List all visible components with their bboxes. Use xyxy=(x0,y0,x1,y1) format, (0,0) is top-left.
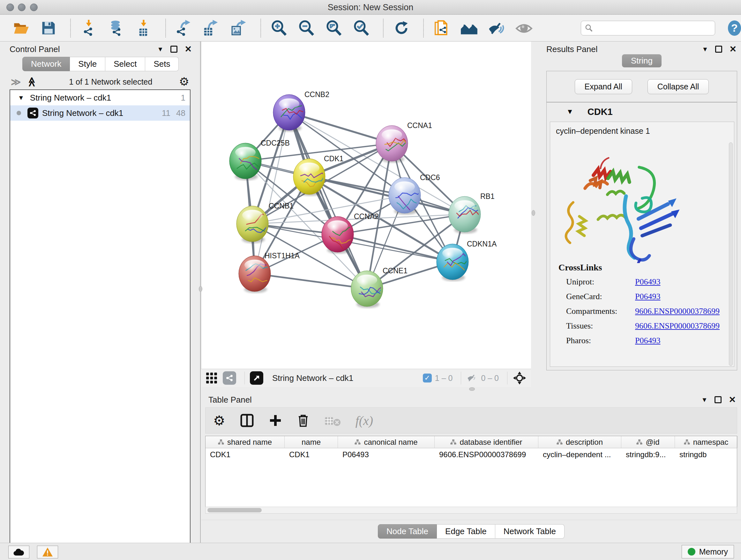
panel-float-icon[interactable] xyxy=(715,396,722,403)
tab-string[interactable]: String xyxy=(622,54,662,67)
cell-description[interactable]: cyclin–dependent ... xyxy=(538,448,621,462)
table-horizontal-scrollbar[interactable] xyxy=(205,507,737,514)
memory-button[interactable]: Memory xyxy=(682,545,734,558)
cell-database-identifier[interactable]: 9606.ENSP00000378699 xyxy=(434,448,538,462)
crosslink-value-link[interactable]: P06493 xyxy=(635,292,660,301)
tab-style[interactable]: Style xyxy=(70,57,105,71)
crosslink-value-link[interactable]: P06493 xyxy=(635,277,660,287)
tab-sets[interactable]: Sets xyxy=(145,57,179,71)
table-row[interactable]: CDK1CDK1P064939606.ENSP00000378699cyclin… xyxy=(205,448,737,462)
netbar-separator xyxy=(245,372,245,384)
show-all-eye-icon[interactable] xyxy=(515,19,533,37)
zoom-in-icon[interactable] xyxy=(270,19,288,37)
save-session-icon[interactable] xyxy=(40,19,57,37)
cell-name[interactable]: CDK1 xyxy=(285,448,338,462)
table-header-row: shared namenamecanonical namedatabase id… xyxy=(205,436,737,448)
network-node-CDC25B[interactable] xyxy=(229,143,265,180)
home-icon[interactable] xyxy=(460,19,478,37)
zoom-out-icon[interactable] xyxy=(297,19,315,37)
network-node-CDC6[interactable] xyxy=(389,178,421,217)
import-network-database-icon[interactable] xyxy=(107,19,125,37)
column-header-database-identifier[interactable]: database identifier xyxy=(434,436,538,448)
panel-collapse-icon[interactable]: ▼ xyxy=(701,396,708,403)
grid-view-icon[interactable] xyxy=(205,372,218,384)
panel-close-icon[interactable]: ✕ xyxy=(729,44,737,54)
cloud-status-button[interactable] xyxy=(8,546,29,558)
open-session-icon[interactable] xyxy=(12,19,30,37)
birds-eye-navigator-icon[interactable] xyxy=(513,371,527,385)
crosslink-label: Pharos: xyxy=(558,336,635,346)
network-node-HIST1H1A[interactable] xyxy=(239,256,274,293)
cell-canonical-name[interactable]: P06493 xyxy=(338,448,434,462)
bottom-splitter-handle[interactable] xyxy=(469,387,475,391)
node-table: shared namenamecanonical namedatabase id… xyxy=(205,436,737,507)
crosslink-value-link[interactable]: P06493 xyxy=(635,336,660,346)
hide-selected-eye-icon[interactable] xyxy=(488,19,506,37)
network-row[interactable]: String Network – cdk1 11 48 xyxy=(10,105,190,121)
panel-collapse-icon[interactable]: ▼ xyxy=(702,46,709,53)
panel-collapse-icon[interactable]: ▼ xyxy=(157,46,164,53)
table-settings-gear-icon[interactable]: ⚙ xyxy=(213,413,225,428)
network-node-CCNE1[interactable] xyxy=(351,271,386,308)
cell-shared-name[interactable]: CDK1 xyxy=(205,448,285,462)
network-options-gear-icon[interactable]: ⚙ xyxy=(179,75,189,88)
network-canvas[interactable]: CCNB2CCNA1CDC25BCDK1CDC6RB1CCNB1CCNA2CDK… xyxy=(201,42,531,369)
column-header-canonical-name[interactable]: canonical name xyxy=(338,436,434,448)
network-node-CDKN1A[interactable] xyxy=(436,244,470,281)
left-splitter-handle[interactable] xyxy=(199,286,202,292)
export-image-icon[interactable] xyxy=(230,19,248,37)
tab-node-table[interactable]: Node Table xyxy=(378,524,437,539)
zoom-selected-icon[interactable] xyxy=(352,19,370,37)
network-share-icon[interactable] xyxy=(223,371,236,385)
column-header-@id[interactable]: @id xyxy=(621,436,675,448)
network-collection-row[interactable]: ▼ String Network – cdk1 1 xyxy=(10,90,190,105)
expand-all-button[interactable]: Expand All xyxy=(575,79,632,94)
help-button[interactable]: ? xyxy=(728,20,741,36)
refresh-icon[interactable] xyxy=(393,19,410,37)
collapse-all-networks-icon[interactable]: ≫ xyxy=(11,76,21,87)
results-actions-box: Expand All Collapse All xyxy=(546,71,737,102)
panel-close-icon[interactable]: ✕ xyxy=(729,395,736,405)
tab-network-table[interactable]: Network Table xyxy=(495,524,564,539)
column-header-namespac[interactable]: namespac xyxy=(675,436,738,448)
selected-nodes-checkbox-icon[interactable]: ✓ xyxy=(423,374,432,382)
collapse-all-button[interactable]: Collapse All xyxy=(648,79,709,94)
search-input[interactable] xyxy=(593,23,711,33)
cell-namespac[interactable]: stringdb xyxy=(675,448,738,462)
network-node-RB1[interactable] xyxy=(449,196,482,233)
show-columns-icon[interactable] xyxy=(240,414,254,428)
share-file-icon[interactable] xyxy=(433,19,451,37)
collection-caret-icon[interactable]: ▼ xyxy=(18,94,24,102)
export-network-icon[interactable] xyxy=(175,19,193,37)
create-column-plus-icon[interactable] xyxy=(269,414,282,427)
crosslink-value-link[interactable]: 9606.ENSP00000378699 xyxy=(635,307,720,316)
node-section-header[interactable]: ▼ CDK1 xyxy=(547,103,737,121)
tab-select[interactable]: Select xyxy=(105,57,145,71)
zoom-fit-icon[interactable] xyxy=(325,19,343,37)
open-in-window-icon[interactable] xyxy=(250,371,263,385)
tab-network[interactable]: Network xyxy=(22,57,70,71)
crosslink-value-link[interactable]: 9606.ENSP00000378699 xyxy=(635,321,720,331)
panel-close-icon[interactable]: ✕ xyxy=(185,44,192,54)
column-header-name[interactable]: name xyxy=(285,436,338,448)
hidden-counts: 0 – 0 xyxy=(481,374,499,383)
expand-all-networks-icon[interactable]: ≫ xyxy=(26,77,37,86)
cell-@id[interactable]: stringdb:9... xyxy=(621,448,675,462)
section-caret-icon[interactable]: ▼ xyxy=(566,108,574,116)
panel-float-icon[interactable] xyxy=(171,46,178,53)
delete-column-trash-icon[interactable] xyxy=(297,414,310,428)
right-splitter-handle[interactable] xyxy=(532,210,535,216)
results-vertical-scrollbar[interactable] xyxy=(729,142,733,366)
column-header-shared-name[interactable]: shared name xyxy=(205,436,285,448)
tab-edge-table[interactable]: Edge Table xyxy=(437,524,495,539)
column-header-description[interactable]: description xyxy=(538,436,621,448)
network-graph[interactable]: CCNB2CCNA1CDC25BCDK1CDC6RB1CCNB1CCNA2CDK… xyxy=(201,42,531,369)
search-field[interactable] xyxy=(581,21,715,36)
export-table-icon[interactable] xyxy=(202,19,220,37)
network-node-CCNB2[interactable] xyxy=(273,95,307,132)
table-panel-title: Table Panel xyxy=(208,395,252,405)
import-network-file-icon[interactable] xyxy=(80,19,98,37)
warnings-button[interactable] xyxy=(37,546,58,558)
panel-float-icon[interactable] xyxy=(715,46,722,53)
import-table-file-icon[interactable] xyxy=(135,19,152,37)
